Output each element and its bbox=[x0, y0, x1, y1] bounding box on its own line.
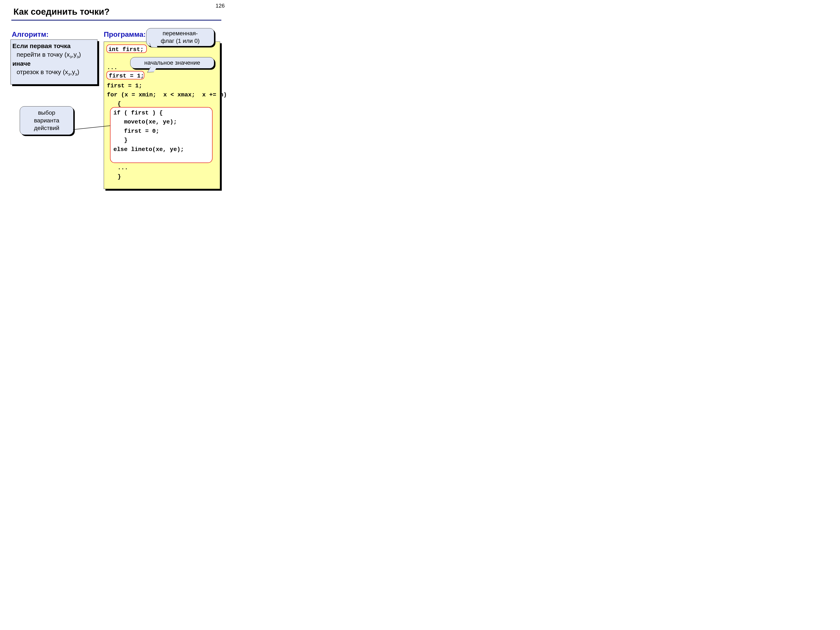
alg-if: Если первая точка bbox=[13, 43, 71, 49]
callout-flag: переменная- флаг (1 или 0) bbox=[146, 28, 214, 46]
alg-moveto: перейти в точку (xэ,yэ) bbox=[13, 51, 96, 59]
callout-flag-l1: переменная- bbox=[163, 30, 198, 37]
page-number: 126 bbox=[216, 3, 225, 9]
code-overlay-ifblock: if ( first ) { moveto(xe, ye); first = 0… bbox=[114, 108, 184, 154]
code-line-for: for (x = xmin; x < xmax; x += h) bbox=[107, 92, 227, 98]
algorithm-label: Алгоритм: bbox=[12, 30, 49, 38]
callout-choice-l1: выбор bbox=[38, 109, 55, 117]
algorithm-box: Если первая точка перейти в точку (xэ,yэ… bbox=[11, 39, 98, 84]
callout-choice-l2: варианта bbox=[34, 117, 59, 124]
alg-else: иначе bbox=[13, 60, 31, 67]
program-label: Программа: bbox=[104, 30, 146, 38]
callout-init-text: начальное значение bbox=[144, 59, 200, 66]
code-line-dots1: ... bbox=[107, 64, 117, 71]
callout-init: начальное значение bbox=[130, 57, 214, 68]
alg-lineto: отрезок в точку (xэ,yэ) bbox=[13, 68, 96, 77]
code-overlay-decl: int first; bbox=[108, 45, 144, 54]
code-line-braceclose: } bbox=[107, 174, 121, 180]
callout-choice-l3: действий bbox=[34, 124, 59, 132]
title-underline bbox=[11, 20, 221, 21]
callout-flag-l2: флаг (1 или 0) bbox=[161, 37, 199, 45]
slide-title: Как соединить точки? bbox=[13, 7, 110, 17]
code-overlay-init: first = 1; bbox=[109, 71, 144, 81]
code-line-init: first = 1; bbox=[107, 82, 142, 89]
code-line-braceopen: { bbox=[107, 101, 121, 107]
code-line-dots3: ... bbox=[107, 164, 128, 171]
callout-choice: выбор варианта действий bbox=[20, 106, 74, 135]
